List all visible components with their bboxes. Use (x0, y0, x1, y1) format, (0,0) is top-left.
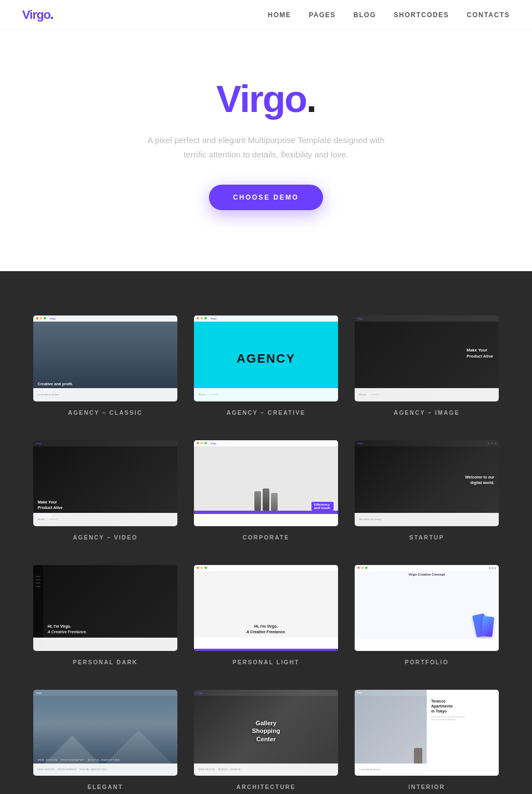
demo-card-agency-creative[interactable]: Virgo. AGENCY We are ... AGENCY – CREATI… (194, 315, 338, 416)
demo-card-personal-dark[interactable]: Hi, I'm Virgo.A Creative Freelance. PERS… (33, 565, 177, 665)
demo-card-personal-light[interactable]: Hi, I'm Virgo.A Creative Freelance. PERS… (194, 565, 338, 665)
demo-card-portfolio[interactable]: Virgo Creative Concept PORTFOLIO (355, 565, 499, 665)
demo-label-agency-classic: AGENCY – CLASSIC (33, 409, 177, 416)
nav-blog[interactable]: BLOG (354, 11, 376, 19)
demo-card-architecture[interactable]: Virgo. GalleryShoppingCenter WEB DESIGN … (194, 690, 338, 790)
hero-section: Virgo. A pixel perfect and elegant Multi… (0, 30, 532, 271)
nav-links: HOME PAGES BLOG SHORTCODES CONTACTS (268, 11, 510, 19)
navbar: Virgo. HOME PAGES BLOG SHORTCODES CONTAC… (0, 0, 532, 30)
demo-label-personal-dark: PERSONAL DARK (33, 659, 177, 665)
demo-label-agency-image: AGENCY – IMAGE (355, 409, 499, 416)
demo-card-startup[interactable]: Virgo. Welcome to ourdigital world. We c… (355, 440, 499, 541)
nav-pages[interactable]: PAGES (309, 11, 336, 19)
hero-title: Virgo. (22, 80, 510, 118)
nav-home[interactable]: HOME (268, 11, 291, 19)
nav-logo[interactable]: Virgo. (22, 8, 53, 22)
demo-card-agency-video[interactable]: Virgo. Make YourProduct Alive PLAY VIDEO… (33, 440, 177, 541)
demo-grid-section: Virgo. Creative and profit. VIEW MORE Lo… (0, 271, 532, 795)
demo-label-portfolio: PORTFOLIO (355, 659, 499, 665)
demo-label-architecture: ARCHITECTURE (194, 783, 338, 790)
demo-card-agency-classic[interactable]: Virgo. Creative and profit. VIEW MORE Lo… (33, 315, 177, 416)
demo-label-elegant: ELEGANT (33, 783, 177, 790)
demo-label-agency-video: AGENCY – VIDEO (33, 534, 177, 541)
demo-card-elegant[interactable]: Virgo. WEB DESIGN · PHOTOGRAPHY · DIGITA… (33, 690, 177, 790)
demo-label-startup: STARTUP (355, 534, 499, 541)
demo-label-interior: INTERIOR (355, 783, 499, 790)
hero-title-dot: . (306, 78, 316, 120)
choose-demo-button[interactable]: CHOOSE DEMO (209, 185, 324, 210)
demo-label-corporate: CORPORATE (194, 534, 338, 541)
hero-title-purple: Virgo (216, 78, 306, 120)
demo-card-agency-image[interactable]: Virgo. Make YourProduct Alive We are ...… (355, 315, 499, 416)
demo-label-agency-creative: AGENCY – CREATIVE (194, 409, 338, 416)
nav-shortcodes[interactable]: SHORTCODES (394, 11, 449, 19)
hero-subtitle: A pixel perfect and elegant Multipurpose… (147, 133, 385, 162)
demo-card-corporate[interactable]: Virgo. Efficiencyand result. CORPORATE (194, 440, 338, 541)
demo-card-interior[interactable]: Virgo. TeracceApartmentsin Tokyo Lorem i… (355, 690, 499, 790)
demo-label-personal-light: PERSONAL LIGHT (194, 659, 338, 665)
demo-grid: Virgo. Creative and profit. VIEW MORE Lo… (33, 315, 499, 790)
nav-contacts[interactable]: CONTACTS (467, 11, 510, 19)
